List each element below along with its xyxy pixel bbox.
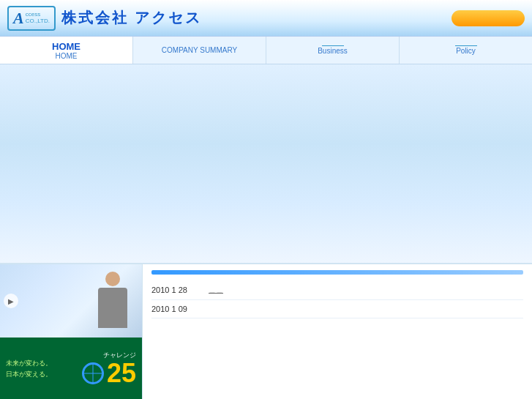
logo-subtext: ccess CO.,LTD.: [26, 12, 50, 25]
person-head: [105, 272, 120, 286]
company-name: 株式会社 アクセス: [61, 8, 203, 28]
nav-business-sub: Business: [318, 47, 348, 55]
news-item-1: 2010 1 09: [151, 300, 523, 318]
nav-business-line: [322, 45, 344, 46]
nav-company-sub: COMPANY SUMMARY: [162, 46, 237, 54]
nav-home-sub: HOME: [56, 52, 78, 60]
news-item-0: 2010 1 28 ＿＿: [151, 280, 523, 300]
news-link-0[interactable]: ＿＿: [209, 285, 223, 295]
left-panel: ▶ 未来が変わる。 日本が変える。 チャレンジ: [0, 264, 143, 399]
nav-item-home[interactable]: HOME HOME: [0, 37, 133, 64]
news-date-1: 2010 1 09: [151, 305, 203, 313]
news-header-bar: [151, 270, 523, 275]
person-body: [98, 288, 127, 328]
logo-box: A ccess CO.,LTD.: [7, 6, 56, 31]
nav-item-company[interactable]: COMPANY SUMMARY: [133, 37, 266, 64]
challenge-line2: 日本が変える。: [6, 370, 52, 378]
header: A ccess CO.,LTD. 株式会社 アクセス: [0, 0, 532, 37]
nav-home-main: HOME: [52, 41, 80, 52]
banner-area: [0, 64, 532, 264]
nav-policy-sub: Policy: [456, 47, 476, 55]
globe-icon: [82, 362, 104, 384]
image-placeholder: ▶: [0, 264, 142, 338]
header-button[interactable]: [452, 10, 525, 26]
person-silhouette: [91, 272, 135, 338]
banner-gradient: [0, 64, 532, 263]
challenge-line1: 未来が変わる。: [6, 359, 52, 367]
logo-area: A ccess CO.,LTD. 株式会社 アクセス: [7, 6, 202, 31]
navigation: HOME HOME COMPANY SUMMARY Business Polic…: [0, 37, 532, 64]
right-panel: 2010 1 28 ＿＿ 2010 1 09: [143, 264, 532, 399]
challenge-banner: 未来が変わる。 日本が変える。 チャレンジ 25: [0, 338, 142, 399]
nav-item-policy[interactable]: Policy: [400, 37, 532, 64]
nav-policy-line: [455, 45, 477, 46]
main-content: ▶ 未来が変わる。 日本が変える。 チャレンジ: [0, 64, 532, 399]
challenge-number: 25: [107, 360, 136, 387]
logo-letter: A: [13, 9, 24, 28]
challenge-25: チャレンジ 25: [82, 351, 136, 387]
challenge-text-left: 未来が変わる。 日本が変える。: [6, 358, 52, 379]
bottom-section: ▶ 未来が変わる。 日本が変える。 チャレンジ: [0, 264, 532, 399]
news-date-0: 2010 1 28: [151, 286, 203, 294]
prev-arrow[interactable]: ▶: [4, 294, 18, 308]
nav-item-business[interactable]: Business: [266, 37, 400, 64]
